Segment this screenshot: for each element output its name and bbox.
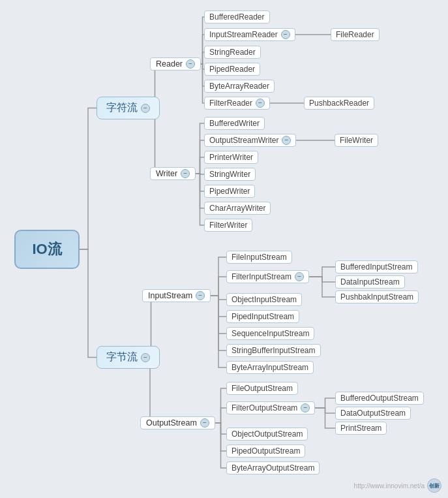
filterwriter-node: FilterWriter <box>204 219 252 232</box>
watermark-logo-text: 创新 <box>429 482 440 490</box>
filteroutputstream-node: FilterOutputStream − <box>226 401 315 414</box>
charstream-node: 字符流 − <box>97 97 160 119</box>
char-collapse[interactable]: − <box>141 104 150 113</box>
outputstream-node: OutputStream − <box>140 416 215 429</box>
bufferedinputstream-node: BufferedInputStream <box>335 260 418 273</box>
objectoutputstream-node: ObjectOutputStream <box>226 428 308 441</box>
root-node: IO流 <box>14 230 80 269</box>
outputstream-collapse[interactable]: − <box>200 418 209 428</box>
filterinputstream-node: FilterInputStream − <box>226 270 309 283</box>
watermark: http://www.innovim.net/a 创新 <box>354 478 441 493</box>
bytearrayinputstream-node: ByteArrayInputStream <box>226 361 314 374</box>
bufferedwriter-node: BufferedWriter <box>204 117 265 130</box>
inputstream-label: InputStream <box>148 291 192 300</box>
watermark-text: http://www.innovim.net/a <box>354 482 425 490</box>
filteroutputstream-collapse[interactable]: − <box>301 403 310 412</box>
stringbufferinputstream-node: StringBufferInputStream <box>226 344 321 357</box>
pushbakinputstream-node: PushbakInputStream <box>335 290 419 303</box>
reader-node: Reader − <box>150 57 201 70</box>
inputstream-collapse[interactable]: − <box>196 291 205 300</box>
pushbackreader-node: PushbackReader <box>304 97 374 110</box>
bytearrayreader-node: ByteArrayReader <box>204 80 275 93</box>
root-label: IO流 <box>32 240 61 259</box>
bufferedoutputstream-node: BufferedOutputStream <box>335 392 424 405</box>
outputstreamwriter-collapse[interactable]: − <box>282 136 291 145</box>
inputstream-node: InputStream − <box>142 289 211 302</box>
outputstream-label: OutputStream <box>146 418 197 428</box>
reader-collapse[interactable]: − <box>186 59 195 69</box>
printstream-node: PrintStream <box>335 422 387 435</box>
outputstreamwriter-node: OutputStreamWriter − <box>204 134 296 147</box>
watermark-logo: 创新 <box>427 478 441 493</box>
dataoutputstream-node: DataOutputStream <box>335 407 411 420</box>
filterinputstream-collapse[interactable]: − <box>295 272 304 281</box>
bytearrayoutputstream-node: ByteArrayOutputStream <box>226 461 320 475</box>
charstream-label: 字符流 <box>106 101 138 115</box>
filterreader-node: FilterReader − <box>204 97 270 110</box>
filterreader-collapse[interactable]: − <box>256 99 265 108</box>
stringreader-node: StringReader <box>204 46 261 59</box>
writer-node: Writer − <box>150 167 196 180</box>
writer-label: Writer <box>156 169 177 178</box>
writer-collapse[interactable]: − <box>181 169 190 178</box>
filewriter-node: FileWriter <box>335 134 378 147</box>
pipedreader-node: PipedReader <box>204 63 260 76</box>
inputstreamreader-collapse[interactable]: − <box>281 30 290 39</box>
bytestream-label: 字节流 <box>106 350 138 364</box>
datainputstream-node: DataInputStream <box>335 275 405 288</box>
pipedinputstream-node: PipedInputStream <box>226 310 299 323</box>
byte-collapse[interactable]: − <box>141 353 150 362</box>
stringwriter-node: StringWriter <box>204 168 256 181</box>
objectinputstream-node: ObjectInputStream <box>226 293 302 306</box>
fileoutputstream-node: FileOutputStream <box>226 382 298 395</box>
printerwriter-node: PrinterWriter <box>204 151 258 164</box>
pipedoutputstream-node: PipedOutputStream <box>226 444 305 458</box>
reader-label: Reader <box>156 59 183 69</box>
filereader-node: FileReader <box>331 28 380 41</box>
sequenceinputstream-node: SequenceInputStream <box>226 327 314 340</box>
pipedwriter-node: PipedWriter <box>204 185 255 198</box>
fileinputstream-node: FileInputStream <box>226 251 292 264</box>
bytestream-node: 字节流 − <box>97 346 160 369</box>
mind-map: IO流 字符流 − 字节流 − Reader − Writer − InputS… <box>0 0 448 498</box>
chararraywriter-node: CharArrayWriter <box>204 202 271 215</box>
inputstreamreader-node: InputStreamReader − <box>204 28 295 41</box>
bufferedreader-node: BufferedReader <box>204 10 270 23</box>
